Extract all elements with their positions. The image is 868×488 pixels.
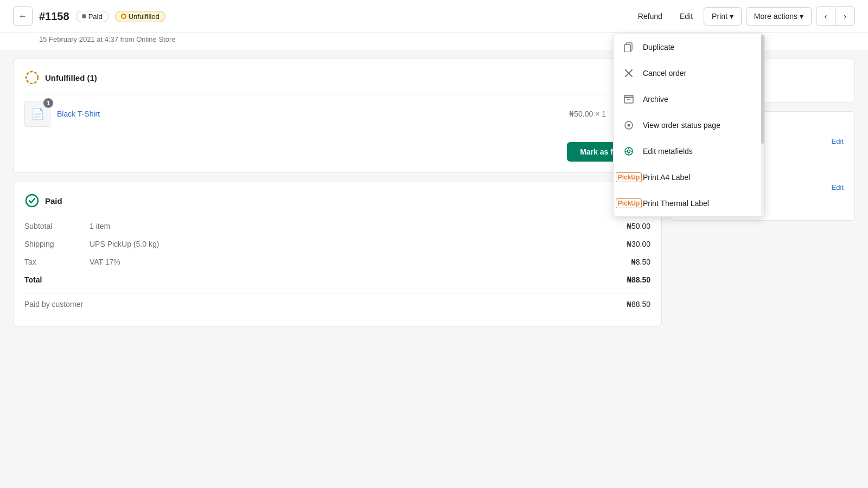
dropdown-item-duplicate[interactable]: Duplicate bbox=[614, 34, 764, 60]
paid-by-row: Paid by customer ₦88.50 bbox=[24, 293, 650, 315]
tax-row: Tax VAT 17% ₦8.50 bbox=[24, 253, 650, 271]
next-order-button[interactable]: › bbox=[835, 7, 855, 26]
subtotal-amount: ₦50.00 bbox=[607, 222, 650, 230]
back-button[interactable]: ← bbox=[13, 7, 33, 26]
prev-order-button[interactable]: ‹ bbox=[816, 7, 835, 26]
dropdown-item-label: Cancel order bbox=[643, 69, 686, 78]
svg-point-1 bbox=[26, 195, 38, 207]
metafields-icon bbox=[622, 145, 635, 158]
duplicate-icon bbox=[622, 41, 635, 54]
edit-button[interactable]: Edit bbox=[673, 8, 699, 25]
shipping-address-edit-link[interactable]: Edit bbox=[832, 183, 844, 191]
archive-icon bbox=[622, 93, 635, 106]
paid-by-amount: ₦88.50 bbox=[627, 300, 650, 309]
tax-label: Tax bbox=[24, 258, 90, 266]
paid-card: Paid Subtotal 1 item ₦50.00 Shipping UPS… bbox=[13, 182, 662, 326]
print-chevron-icon: ▾ bbox=[730, 12, 733, 21]
dropdown-item-label: Print A4 Label bbox=[643, 173, 690, 182]
shipping-amount: ₦30.00 bbox=[607, 240, 650, 248]
cancel-icon bbox=[622, 67, 635, 80]
product-qty-badge: 1 bbox=[43, 98, 53, 108]
unfulfilled-badge: Unfulfilled bbox=[115, 11, 165, 22]
svg-point-0 bbox=[26, 72, 38, 84]
paid-dot bbox=[82, 14, 86, 18]
nav-arrows: ‹ › bbox=[816, 7, 855, 26]
print-button[interactable]: Print ▾ bbox=[704, 7, 742, 25]
more-actions-chevron-icon: ▾ bbox=[800, 12, 803, 21]
dropdown-item-cancel[interactable]: Cancel order bbox=[614, 60, 764, 86]
print-a4-icon: PickUp bbox=[622, 171, 635, 184]
dropdown-item-label: Edit metafields bbox=[643, 147, 693, 156]
tax-amount: ₦8.50 bbox=[607, 258, 650, 266]
paid-badge: Paid bbox=[76, 11, 108, 22]
order-number: #1158 bbox=[39, 10, 69, 23]
dropdown-item-print-a4[interactable]: PickUp Print A4 Label bbox=[614, 164, 764, 190]
scrollbar-thumb bbox=[761, 34, 764, 144]
dropdown-item-print-thermal[interactable]: PickUp Print Thermal Label bbox=[614, 190, 764, 216]
dropdown-item-label: View order status page bbox=[643, 121, 720, 130]
scrollbar-track bbox=[761, 34, 764, 216]
shipping-row: Shipping UPS PickUp (5.0 kg) ₦30.00 bbox=[24, 235, 650, 253]
svg-rect-3 bbox=[624, 44, 630, 52]
view-icon bbox=[622, 119, 635, 132]
total-row: Total ₦88.50 bbox=[24, 271, 650, 288]
product-unit-price: ₦50.00 × 1 bbox=[569, 110, 606, 118]
svg-point-12 bbox=[628, 150, 630, 153]
dropdown-item-view[interactable]: View order status page bbox=[614, 112, 764, 138]
unfulfilled-title: Unfulfilled (1) bbox=[45, 73, 97, 82]
product-doc-icon: 📄 bbox=[31, 107, 44, 120]
dropdown-item-archive[interactable]: Archive bbox=[614, 86, 764, 112]
print-thermal-icon: PickUp bbox=[622, 197, 635, 210]
dropdown-item-label: Archive bbox=[643, 95, 668, 104]
back-icon: ← bbox=[18, 11, 27, 21]
total-amount: ₦88.50 bbox=[607, 275, 650, 284]
paid-status-icon bbox=[24, 193, 40, 208]
paid-title: Paid bbox=[45, 196, 62, 206]
paid-by-label: Paid by customer bbox=[24, 300, 627, 309]
dropdown-item-label: Duplicate bbox=[643, 43, 674, 52]
tax-desc: VAT 17% bbox=[90, 258, 607, 266]
product-row: 📄 1 Black T-Shirt ₦50.00 × 1 ₦50.00 bbox=[24, 94, 650, 133]
product-name-link[interactable]: Black T-Shirt bbox=[57, 110, 563, 118]
more-actions-dropdown: Duplicate Cancel order Archive View orde… bbox=[613, 34, 765, 217]
payment-rows: Subtotal 1 item ₦50.00 Shipping UPS Pick… bbox=[24, 217, 650, 288]
dropdown-item-label: Print Thermal Label bbox=[643, 199, 709, 208]
more-actions-button[interactable]: More actions ▾ bbox=[746, 7, 812, 25]
unfulfilled-status-icon bbox=[24, 70, 40, 85]
shipping-desc: UPS PickUp (5.0 kg) bbox=[90, 240, 607, 248]
unfulfilled-ring bbox=[121, 14, 126, 19]
refund-button[interactable]: Refund bbox=[631, 8, 669, 25]
total-label: Total bbox=[24, 275, 90, 284]
contact-info-edit-link[interactable]: Edit bbox=[832, 137, 844, 145]
dropdown-item-metafields[interactable]: Edit metafields bbox=[614, 138, 764, 164]
svg-point-10 bbox=[628, 124, 630, 127]
unfulfilled-card: Unfulfilled (1) 📄 1 Black T-Shirt ₦50.00… bbox=[13, 59, 662, 173]
subtotal-row: Subtotal 1 item ₦50.00 bbox=[24, 217, 650, 235]
subtotal-label: Subtotal bbox=[24, 222, 90, 230]
product-thumbnail: 📄 1 bbox=[24, 101, 50, 127]
svg-rect-7 bbox=[624, 95, 633, 98]
shipping-label: Shipping bbox=[24, 240, 90, 248]
subtotal-desc: 1 item bbox=[90, 222, 607, 230]
